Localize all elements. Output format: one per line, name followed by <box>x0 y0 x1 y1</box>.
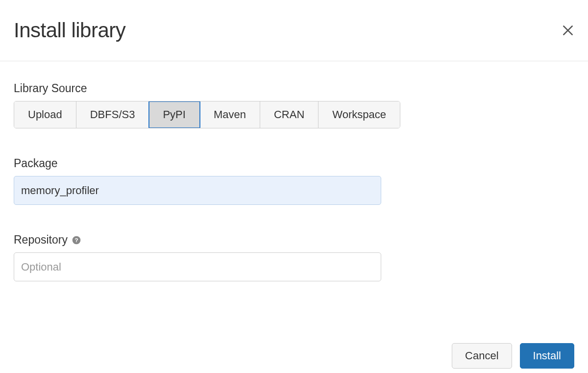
source-option-pypi[interactable]: PyPI <box>149 101 199 128</box>
repository-label-text: Repository <box>14 233 68 247</box>
package-label: Package <box>14 157 574 170</box>
close-icon[interactable] <box>562 24 574 37</box>
install-button[interactable]: Install <box>520 343 574 369</box>
library-source-options: Upload DBFS/S3 PyPI Maven CRAN Workspace <box>14 101 400 128</box>
repository-label: Repository ? <box>14 233 574 247</box>
source-option-maven[interactable]: Maven <box>200 101 260 128</box>
dialog-header: Install library <box>0 0 588 61</box>
source-option-upload[interactable]: Upload <box>14 101 76 128</box>
repository-input[interactable] <box>14 252 381 281</box>
source-option-workspace[interactable]: Workspace <box>318 101 400 128</box>
library-source-label: Library Source <box>14 82 574 95</box>
package-input[interactable] <box>14 176 381 205</box>
cancel-button[interactable]: Cancel <box>452 343 512 369</box>
dialog-footer: Cancel Install <box>0 343 588 373</box>
source-option-dbfs-s3[interactable]: DBFS/S3 <box>76 101 149 128</box>
package-field: Package <box>14 157 574 205</box>
source-option-cran[interactable]: CRAN <box>260 101 318 128</box>
dialog-title: Install library <box>14 19 125 42</box>
repository-field: Repository ? <box>14 233 574 281</box>
help-icon[interactable]: ? <box>72 235 81 245</box>
svg-text:?: ? <box>74 237 78 243</box>
library-source-field: Library Source Upload DBFS/S3 PyPI Maven… <box>14 82 574 128</box>
dialog-body: Library Source Upload DBFS/S3 PyPI Maven… <box>0 61 588 323</box>
